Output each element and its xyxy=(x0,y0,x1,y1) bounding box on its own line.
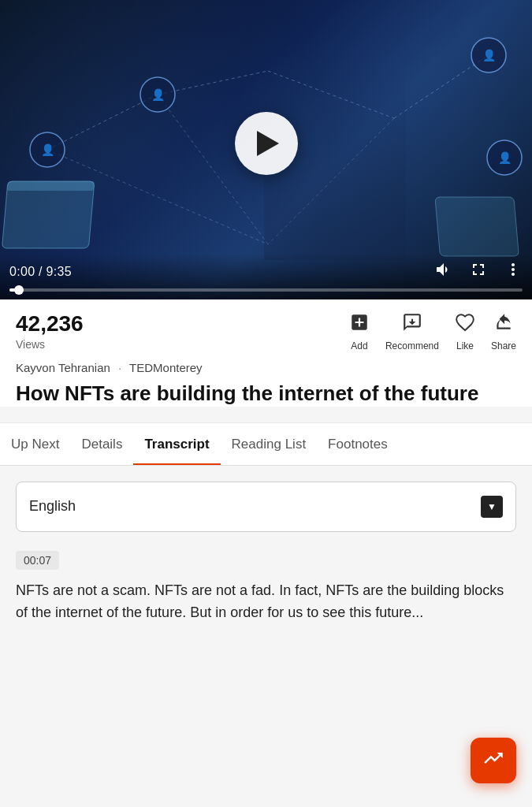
content-area: English ▼ 00:07 NFTs are not a scam. NFT… xyxy=(0,466,532,641)
share-button[interactable]: Share xyxy=(491,312,516,351)
video-player[interactable]: 👤 👤 👤 👤 0:00 / 9:35 xyxy=(0,0,532,299)
stats-actions-row: 42,236 Views Add Recommend xyxy=(16,312,516,351)
transcript-text: NFTs are not a scam. NFTs are not a fad.… xyxy=(16,579,516,625)
talk-title: How NFTs are building the internet of th… xyxy=(16,381,516,407)
current-time: 0:00 xyxy=(9,265,35,278)
event-name: TEDMonterey xyxy=(129,361,203,374)
like-icon xyxy=(455,312,475,337)
progress-fill xyxy=(9,288,20,292)
play-button[interactable] xyxy=(235,112,298,175)
share-label: Share xyxy=(491,340,516,351)
share-icon xyxy=(493,312,514,337)
progress-thumb xyxy=(14,285,24,295)
info-section: 42,236 Views Add Recommend xyxy=(0,299,532,407)
like-button[interactable]: Like xyxy=(455,312,475,351)
tabs-section: Up Next Details Transcript Reading List … xyxy=(0,422,532,466)
time-display: 0:00 / 9:35 xyxy=(9,265,72,279)
timestamp-badge[interactable]: 00:07 xyxy=(16,551,59,570)
recommend-button[interactable]: Recommend xyxy=(385,312,439,351)
speaker-name: Kayvon Tehranian xyxy=(16,361,110,374)
video-controls: 0:00 / 9:35 xyxy=(0,254,532,299)
controls-right xyxy=(434,260,523,284)
language-text: English xyxy=(29,498,76,515)
add-button[interactable]: Add xyxy=(349,312,370,351)
like-label: Like xyxy=(456,340,474,351)
action-buttons: Add Recommend Like xyxy=(349,312,516,351)
views-label: Views xyxy=(16,338,84,351)
add-icon xyxy=(349,312,370,337)
tabs-row: Up Next Details Transcript Reading List … xyxy=(0,423,532,466)
tab-details[interactable]: Details xyxy=(70,424,133,466)
language-dropdown-arrow[interactable]: ▼ xyxy=(481,496,503,518)
views-count: 42,236 xyxy=(16,312,84,337)
tab-reading-list[interactable]: Reading List xyxy=(221,424,318,466)
tab-footnotes[interactable]: Footnotes xyxy=(317,424,399,466)
recommend-icon xyxy=(402,312,422,337)
progress-bar[interactable] xyxy=(9,288,523,292)
language-selector[interactable]: English ▼ xyxy=(16,482,516,532)
views-block: 42,236 Views xyxy=(16,312,84,351)
duration: 9:35 xyxy=(47,265,72,278)
controls-row: 0:00 / 9:35 xyxy=(9,260,523,284)
fullscreen-icon[interactable] xyxy=(469,260,488,284)
speaker-event: Kayvon Tehranian · TEDMonterey xyxy=(16,361,516,374)
add-label: Add xyxy=(351,340,367,351)
volume-icon[interactable] xyxy=(434,260,453,284)
dot-separator: · xyxy=(118,361,121,374)
tab-transcript[interactable]: Transcript xyxy=(133,424,220,466)
time-separator: / xyxy=(39,265,47,278)
more-options-icon[interactable] xyxy=(504,260,523,284)
play-triangle-icon xyxy=(257,131,279,156)
tab-up-next[interactable]: Up Next xyxy=(0,424,70,466)
transcript-block: 00:07 NFTs are not a scam. NFTs are not … xyxy=(16,551,516,625)
recommend-label: Recommend xyxy=(385,340,439,351)
